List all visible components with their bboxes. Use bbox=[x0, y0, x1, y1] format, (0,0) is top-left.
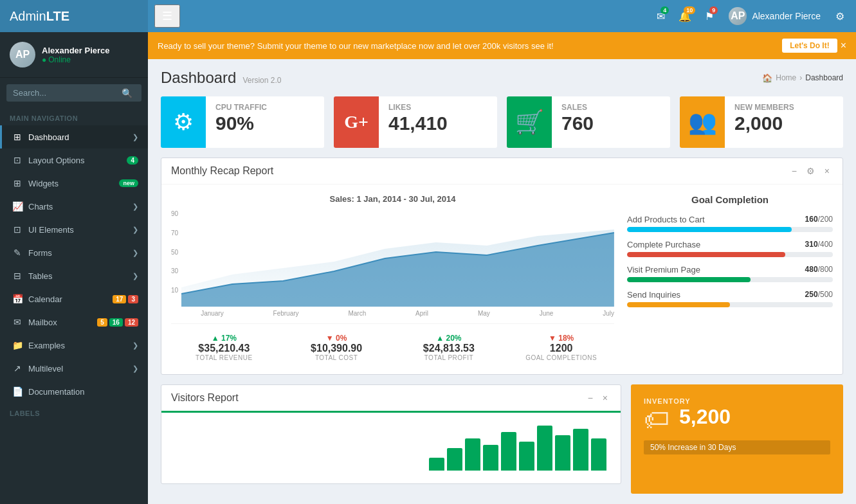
content-wrapper: Ready to sell your theme? Submit your th… bbox=[148, 32, 856, 504]
sidebar-label-docs: Documentation bbox=[28, 387, 84, 397]
sidebar-item-calendar[interactable]: 📅 Calendar 17 3 bbox=[0, 287, 148, 310]
info-box-cpu: ⚙ CPU TRAFFIC 90% bbox=[161, 96, 324, 148]
cost-label: TOTAL COST bbox=[287, 354, 387, 361]
sidebar-item-documentation[interactable]: 📄 Documentation bbox=[0, 380, 148, 403]
charts-icon: 📈 bbox=[12, 201, 23, 212]
chevron-icon: ❯ bbox=[132, 133, 138, 141]
goal-item-3: Send Inquiries 250/500 bbox=[627, 290, 833, 307]
goal-values-1: 310/400 bbox=[805, 240, 833, 249]
config-button[interactable]: ⚙ bbox=[803, 165, 818, 177]
goal-bar-1 bbox=[627, 252, 833, 257]
visitors-collapse-button[interactable]: − bbox=[585, 392, 596, 404]
sidebar-label-examples: Examples bbox=[28, 341, 65, 350]
sidebar-item-multilevel[interactable]: ↗ Multilevel ❯ bbox=[0, 357, 148, 380]
close-card-button[interactable]: × bbox=[821, 165, 833, 177]
alert-message: Ready to sell your theme? Submit your th… bbox=[158, 41, 554, 51]
calendar-badge1: 17 bbox=[113, 295, 126, 303]
info-box-members: 👥 NEW MEMBERS 2,000 bbox=[680, 96, 843, 148]
revenue-label: TOTAL REVENUE bbox=[174, 354, 274, 361]
sidebar-item-dashboard[interactable]: ⊞ Dashboard ❯ bbox=[0, 125, 148, 148]
settings-button[interactable]: ⚙ bbox=[830, 5, 850, 28]
sidebar-item-charts[interactable]: 📈 Charts ❯ bbox=[0, 195, 148, 218]
dashboard-icon: ⊞ bbox=[12, 132, 23, 142]
monthly-report-header: Monthly Recap Report − ⚙ × bbox=[161, 158, 842, 184]
info-box-likes: G+ LIKES 41,410 bbox=[334, 96, 497, 148]
vis-bar-1 bbox=[429, 458, 444, 471]
sales-label: SALES bbox=[561, 103, 594, 112]
visitors-close-button[interactable]: × bbox=[599, 392, 611, 404]
sidebar-item-forms[interactable]: ✎ Forms ❯ bbox=[0, 241, 148, 264]
inventory-card: INVENTORY 🏷 5,200 50% Increase in 30 Day… bbox=[631, 384, 843, 494]
user-dropdown[interactable]: AP Alexander Pierce bbox=[722, 4, 827, 28]
page-version: Version 2.0 bbox=[242, 76, 281, 85]
goal-fill-0 bbox=[627, 227, 792, 232]
search-button[interactable]: 🔍 bbox=[122, 88, 132, 98]
goal-label-2: Visit Premium Page bbox=[627, 265, 700, 274]
likes-icon: G+ bbox=[334, 96, 379, 148]
sidebar-item-examples[interactable]: 📁 Examples ❯ bbox=[0, 334, 148, 357]
vis-bar-10 bbox=[591, 438, 606, 471]
docs-icon: 📄 bbox=[12, 386, 23, 397]
examples-icon: 📁 bbox=[12, 340, 23, 350]
sidebar-item-ui-elements[interactable]: ⊡ UI Elements ❯ bbox=[0, 218, 148, 241]
visitors-report-card: Visitors Report − × bbox=[161, 384, 621, 484]
collapse-button[interactable]: − bbox=[788, 165, 800, 177]
logo-area: AdminLTE bbox=[0, 0, 148, 32]
sidebar-label-forms: Forms bbox=[28, 248, 52, 258]
goal-values-2: 480/800 bbox=[805, 265, 833, 274]
breadcrumb-home[interactable]: Home bbox=[776, 73, 796, 82]
sidebar-label-dashboard: Dashboard bbox=[28, 132, 69, 142]
page-title: Dashboard bbox=[161, 69, 236, 87]
widgets-icon: ⊞ bbox=[12, 178, 23, 188]
sidebar-status: Online bbox=[42, 55, 110, 64]
sidebar-item-widgets[interactable]: ⊞ Widgets new bbox=[0, 172, 148, 195]
visitors-report-body bbox=[161, 413, 621, 483]
sidebar-item-mailbox[interactable]: ✉ Mailbox 5 16 12 bbox=[0, 310, 148, 334]
messages-badge: 4 bbox=[660, 6, 669, 14]
sidebar-username: Alexander Pierce bbox=[42, 46, 110, 55]
notifications-button[interactable]: 🔔10 bbox=[673, 5, 697, 28]
sidebar-label-widgets: Widgets bbox=[28, 179, 59, 188]
info-box-sales: 🛒 SALES 760 bbox=[507, 96, 670, 148]
notifications-badge: 10 bbox=[684, 6, 695, 14]
sidebar-item-tables[interactable]: ⊟ Tables ❯ bbox=[0, 264, 148, 287]
hamburger-button[interactable]: ☰ bbox=[154, 4, 180, 28]
sidebar-item-layout-options[interactable]: ⊡ Layout Options 4 bbox=[0, 148, 148, 172]
messages-button[interactable]: ✉4 bbox=[651, 5, 670, 28]
y-axis-labels: 90 70 50 30 10 bbox=[171, 210, 181, 307]
revenue-value: $35,210.43 bbox=[174, 343, 274, 354]
vis-bar-3 bbox=[465, 438, 480, 471]
visitors-chart bbox=[171, 422, 611, 474]
content-body: ⚙ CPU TRAFFIC 90% G+ LIKES 41,410 bbox=[148, 87, 856, 504]
body-wrapper: AP Alexander Pierce Online 🔍 MAIN NAVIGA… bbox=[0, 32, 856, 504]
monthly-report-title: Monthly Recap Report bbox=[171, 165, 273, 177]
profit-value: $24,813.53 bbox=[399, 343, 499, 354]
card-tools: − ⚙ × bbox=[788, 165, 833, 177]
visitors-card-tools: − × bbox=[585, 392, 611, 404]
visitors-report-title: Visitors Report bbox=[171, 392, 239, 404]
flags-button[interactable]: ⚑9 bbox=[700, 5, 719, 28]
monthly-report-card: Monthly Recap Report − ⚙ × Sales: 1 Jan,… bbox=[161, 158, 843, 375]
forms-chevron: ❯ bbox=[132, 249, 138, 257]
breadcrumb-separator: › bbox=[799, 73, 802, 82]
completions-value: 1200 bbox=[511, 343, 611, 354]
goal-area: Goal Completion Add Products to Cart 160… bbox=[627, 194, 833, 364]
goal-bar-3 bbox=[627, 302, 833, 307]
stat-profit: ▲ 20% $24,813.53 TOTAL PROFIT bbox=[396, 330, 502, 364]
search-form: 🔍 bbox=[0, 78, 148, 108]
sales-icon: 🛒 bbox=[507, 96, 552, 148]
alert-action-button[interactable]: Let's Do It! bbox=[782, 39, 837, 53]
likes-value: 41,410 bbox=[388, 112, 448, 135]
multilevel-chevron: ❯ bbox=[132, 364, 138, 373]
vis-bar-9 bbox=[573, 429, 588, 471]
vis-bar-7 bbox=[537, 426, 552, 471]
main-header: AdminLTE ☰ ✉4 🔔10 ⚑9 AP Alexande bbox=[0, 0, 856, 32]
goal-item-0: Add Products to Cart 160/200 bbox=[627, 215, 833, 232]
stat-revenue: ▲ 17% $35,210.43 TOTAL REVENUE bbox=[171, 330, 277, 364]
chart-stats: ▲ 17% $35,210.43 TOTAL REVENUE ▼ 0% $10,… bbox=[171, 323, 614, 364]
vis-bar-2 bbox=[447, 448, 462, 471]
chart-svg-area: January February March April May June Ju… bbox=[181, 210, 614, 317]
inventory-icon: 🏷 bbox=[644, 405, 669, 434]
goal-fill-2 bbox=[627, 277, 751, 282]
alert-close-button[interactable]: × bbox=[841, 40, 846, 51]
